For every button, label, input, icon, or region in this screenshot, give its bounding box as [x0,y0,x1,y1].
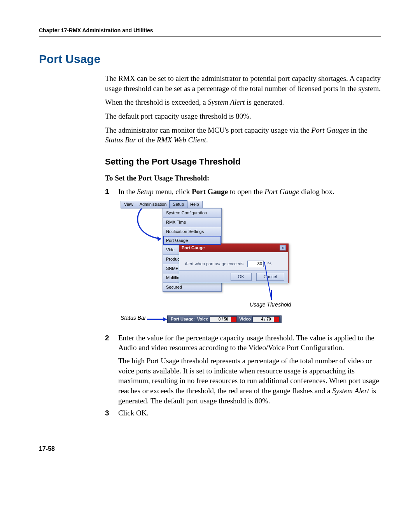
menu-item-secured[interactable]: Secured [163,282,221,292]
percent-label: % [268,261,271,267]
text: is generated. [245,98,284,106]
dialog-body: Alert when port usage exceeds % [179,252,288,270]
menu-item-port-gauge[interactable]: Port Gauge [163,236,221,245]
video-gauge-value: 4 / 70 [261,317,271,321]
gauge-red-zone [274,317,279,322]
figure-port-gauge: View Administration Setup Help System Co… [121,201,362,329]
italic-text: Port Gauge [264,187,299,196]
port-usage-label: Port Usage: [171,316,195,322]
paragraph: Enter the value for the percentage capac… [118,333,381,353]
bold-text: Port Gauge [192,187,228,196]
italic-text: Status Bar [105,136,136,144]
ok-button[interactable]: OK [231,273,252,281]
annotation-status-bar: Status Bar [121,314,146,322]
video-gauge: 4 / 70 [252,316,280,322]
close-icon[interactable]: x [280,245,286,250]
voice-gauge: 0 / 50 [210,316,237,322]
video-gauge-group: Video 4 / 70 [239,316,280,322]
subsection-heading: Setting the Port Usage Threshold [105,156,381,168]
text: . [206,136,208,144]
italic-text: RMX Web Client [157,136,206,144]
paragraph: The RMX can be set to alert the administ… [105,74,381,93]
paragraph: The default port capacity usage threshol… [105,111,381,121]
italic-text: Setup [137,187,154,196]
step-number: 2 [105,333,118,343]
text: of the [136,136,157,144]
menu-item-rmx-time[interactable]: RMX Time [163,217,221,227]
step-number: 3 [105,408,118,418]
status-bar: Port Usage: Voice 0 / 50 Video 4 / 70 [167,315,282,323]
step-text: Click OK. [118,408,381,418]
text: When the threshold is exceeded, a [105,98,208,106]
svg-marker-4 [163,317,167,321]
procedure-title: To Set the Port Usage Threshold: [105,173,381,183]
document-page: Chapter 17-RMX Administration and Utilit… [0,0,420,483]
body-column: The RMX can be set to alert the administ… [105,74,381,418]
italic-text: System Alert [332,387,369,395]
text: The administrator can monitor the MCU's … [105,126,312,134]
voice-gauge-value: 0 / 50 [219,317,228,321]
page-number: 17-58 [39,445,381,452]
menu-item-system-configuration[interactable]: System Configuration [163,208,221,217]
step-1: 1 In the Setup menu, click Port Gauge to… [105,187,381,197]
step-3: 3 Click OK. [105,408,381,418]
text: to open the [228,187,264,196]
chapter-header: Chapter 17-RMX Administration and Utilit… [39,27,381,33]
paragraph: The administrator can monitor the MCU's … [105,125,381,145]
gauge-red-zone [231,317,236,322]
menu-administration[interactable]: Administration [136,201,170,208]
svg-marker-0 [157,236,161,241]
text: dialog box. [299,187,334,196]
threshold-input[interactable] [247,261,264,267]
dialog-title: Port Gauge [182,245,205,251]
menu-view[interactable]: View [121,201,136,208]
menubar[interactable]: View Administration Setup Help [121,201,203,208]
cancel-button[interactable]: Cancel [256,273,284,281]
voice-label: Voice [197,316,208,322]
menu-item-notification-settings[interactable]: Notification Settings [163,227,221,236]
dialog-button-row: OK Cancel [179,270,288,283]
text: In the [118,187,137,196]
voice-gauge-group: Voice 0 / 50 [197,316,237,322]
video-label: Video [239,316,251,322]
step-text: In the Setup menu, click Port Gauge to o… [118,187,381,197]
section-heading: Port Usage [39,53,381,66]
annotation-usage-threshold: Usage Threshold [250,301,291,308]
step-text: Enter the value for the percentage capac… [118,333,381,406]
text: menu, click [154,187,192,196]
text: in the [349,126,368,134]
step-2: 2 Enter the value for the percentage cap… [105,333,381,406]
paragraph: When the threshold is exceeded, a System… [105,97,381,107]
menu-help[interactable]: Help [187,201,202,208]
menu-setup[interactable]: Setup [169,200,187,208]
step-number: 1 [105,187,118,197]
threshold-label: Alert when port usage exceeds [185,261,243,267]
header-rule [39,36,381,37]
paragraph: The high Port Usage threshold represents… [118,356,381,406]
italic-text: System Alert [208,98,245,106]
port-gauge-dialog: Port Gauge x Alert when port usage excee… [179,243,289,283]
italic-text: Port Gauges [312,126,349,134]
arrow-right-icon [147,316,170,322]
